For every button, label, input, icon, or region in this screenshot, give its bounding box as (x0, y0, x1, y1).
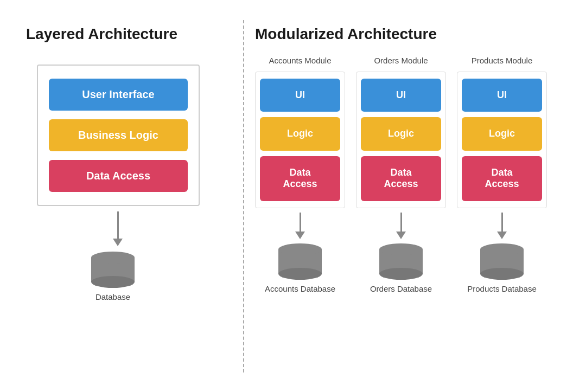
accounts-module-box: UI Logic DataAccess (255, 72, 345, 208)
arrow-line (117, 211, 119, 239)
cylinder-top (91, 252, 135, 264)
accounts-db-container: Accounts Database (265, 243, 335, 293)
left-cylinder (91, 252, 135, 288)
divider (243, 20, 244, 372)
orders-arrow-line (400, 213, 402, 232)
orders-db-container: Orders Database (370, 243, 432, 293)
products-cylinder (480, 243, 524, 280)
accounts-arrow-head (295, 232, 305, 239)
orders-cylinder (379, 243, 423, 280)
right-title: Modularized Architecture (255, 25, 547, 43)
accounts-cylinder (278, 243, 322, 280)
modules-row: Accounts Module UI Logic DataAccess (255, 56, 547, 293)
orders-cylinder-top (379, 243, 423, 255)
orders-module-box: UI Logic DataAccess (356, 72, 446, 208)
layer-ui-block: User Interface (49, 79, 188, 111)
products-module-label: Products Module (472, 56, 533, 65)
products-db-label: Products Database (467, 284, 537, 293)
products-cylinder-bottom (480, 268, 524, 280)
products-db-container: Products Database (467, 243, 537, 293)
orders-ui-block: UI (361, 79, 441, 112)
orders-arrow (396, 213, 406, 239)
left-arrow (113, 211, 123, 246)
layer-logic-block: Business Logic (49, 119, 188, 151)
accounts-arrow-line (300, 213, 301, 232)
left-title: Layered Architecture (26, 25, 177, 43)
accounts-cylinder-top (278, 243, 322, 255)
orders-module-col: Orders Module UI Logic DataAccess (356, 56, 446, 293)
products-module-col: Products Module UI Logic DataAccess (457, 56, 547, 293)
orders-arrow-head (396, 232, 406, 239)
accounts-data-block: DataAccess (260, 156, 340, 201)
products-ui-block: UI (462, 79, 542, 112)
accounts-arrow (295, 213, 305, 239)
layer-data-block: Data Access (49, 160, 188, 192)
accounts-module-col: Accounts Module UI Logic DataAccess (255, 56, 345, 293)
orders-db-label: Orders Database (370, 284, 432, 293)
right-panel: Modularized Architecture Accounts Module… (255, 20, 547, 372)
orders-module-label: Orders Module (374, 56, 428, 65)
arrow-head (113, 239, 123, 246)
orders-cylinder-bottom (379, 268, 423, 280)
left-db-container: Database (91, 252, 135, 301)
accounts-db-label: Accounts Database (265, 284, 335, 293)
accounts-ui-block: UI (260, 79, 340, 112)
left-panel: Layered Architecture User Interface Busi… (26, 20, 232, 372)
accounts-cylinder-bottom (278, 268, 322, 280)
products-cylinder-top (480, 243, 524, 255)
accounts-module-label: Accounts Module (269, 56, 331, 65)
left-db-label: Database (96, 292, 130, 301)
products-logic-block: Logic (462, 117, 542, 151)
accounts-logic-block: Logic (260, 117, 340, 151)
products-arrow-head (497, 232, 507, 239)
cylinder-bottom (91, 276, 135, 288)
diagram-container: Layered Architecture User Interface Busi… (10, 9, 563, 383)
products-data-block: DataAccess (462, 156, 542, 201)
products-arrow (497, 213, 507, 239)
orders-logic-block: Logic (361, 117, 441, 151)
products-module-box: UI Logic DataAccess (457, 72, 547, 208)
orders-data-block: DataAccess (361, 156, 441, 201)
products-arrow-line (501, 213, 503, 232)
layered-box: User Interface Business Logic Data Acces… (37, 65, 200, 206)
